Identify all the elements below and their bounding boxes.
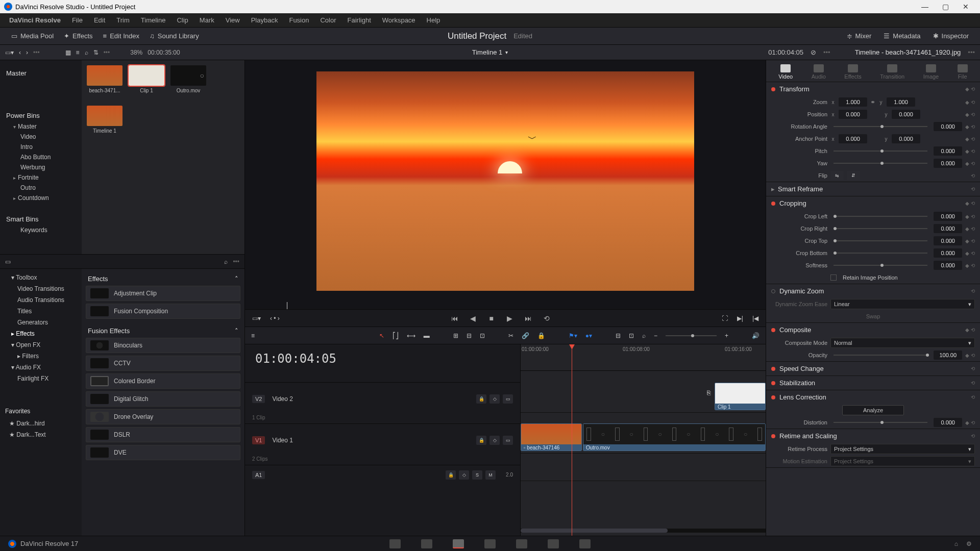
fullscreen-icon[interactable]: ⛶ — [722, 315, 728, 322]
menu-clip[interactable]: Clip — [173, 14, 192, 26]
bin-item[interactable]: Intro — [3, 142, 79, 152]
link-icon[interactable]: 🔗 — [522, 332, 529, 339]
playhead[interactable] — [572, 344, 572, 536]
timeline-clip[interactable]: Clip 1 — [715, 383, 766, 410]
video-track-header[interactable]: V2 Video 2 🔒 ◇ ▭ — [245, 382, 520, 415]
blade-tool[interactable]: ▬ — [424, 332, 430, 339]
inspector-tab-transition[interactable]: Transition — [880, 64, 904, 80]
audio-icon[interactable]: 🔊 — [752, 332, 760, 339]
fav-item[interactable]: ★ Dark...Text — [2, 429, 80, 440]
retain-checkbox[interactable] — [830, 274, 837, 281]
pos-x-input[interactable] — [839, 110, 867, 119]
menu-playback[interactable]: Playback — [247, 14, 282, 26]
fx-cat[interactable]: ▾ Open FX — [2, 339, 80, 350]
retime-process-select[interactable]: Project Settings▾ — [830, 444, 975, 454]
crop-top-input[interactable] — [934, 236, 962, 245]
media-page-button[interactable] — [389, 539, 401, 548]
home-button[interactable]: ⌂ — [954, 540, 958, 547]
zoom-plus[interactable]: + — [725, 332, 728, 339]
chevron-down-icon[interactable]: ▾ — [505, 49, 508, 55]
blade-icon[interactable]: ✂ — [508, 332, 513, 339]
composite-section[interactable]: Composite◆ ⟲ — [766, 323, 980, 337]
clip-thumb[interactable]: ○ Outro.mov — [170, 65, 206, 93]
menu-help[interactable]: Help — [423, 14, 445, 26]
prev-edit-icon[interactable]: |◀ — [752, 315, 758, 322]
deliver-page-button[interactable] — [579, 539, 591, 548]
flag-icon[interactable]: ⚑▾ — [569, 332, 577, 339]
power-bins-head[interactable]: Power Bins — [3, 110, 79, 121]
cropping-section[interactable]: Cropping◆ ⟲ — [766, 196, 980, 210]
selection-tool[interactable]: ↖ — [379, 332, 384, 339]
edit-index-toggle[interactable]: ≡ Edit Index — [98, 30, 144, 42]
bypass-icon[interactable]: ⊘ — [811, 48, 816, 56]
cut-page-button[interactable] — [421, 539, 432, 548]
clip-thumb[interactable]: Timeline 1 — [87, 106, 122, 134]
mute-button[interactable]: M — [485, 470, 496, 480]
inspector-toggle[interactable]: ✱ Inspector — [928, 30, 974, 42]
effect-item[interactable]: CCTV — [86, 356, 240, 371]
bin-item[interactable]: Outro — [3, 183, 79, 193]
auto-select-button[interactable]: ◇ — [489, 394, 500, 404]
marker-icon[interactable]: ●▾ — [585, 332, 592, 339]
zoom-y-input[interactable] — [887, 97, 915, 107]
fx-cat[interactable]: Fairlight FX — [2, 373, 80, 384]
panel-view-icon[interactable]: ▭ — [5, 258, 11, 265]
thumb-view-icon[interactable]: ▦ — [65, 49, 71, 56]
lock-track-button[interactable]: 🔒 — [446, 470, 456, 480]
effect-item[interactable]: Colored Border — [86, 373, 240, 389]
crop-right-slider[interactable] — [834, 228, 927, 229]
flip-h-button[interactable]: ⇋ — [830, 171, 844, 180]
bin-item[interactable]: ▸Countdown — [3, 193, 79, 203]
fx-cat[interactable]: ▾ Toolbox — [2, 272, 80, 283]
metadata-toggle[interactable]: ☰ Metadata — [878, 30, 925, 42]
anchor-x-input[interactable] — [839, 134, 867, 143]
zoom-in-icon[interactable]: ⌕ — [642, 332, 646, 339]
last-frame-button[interactable]: ⏭ — [524, 314, 533, 323]
track-lane-v2[interactable]: Clip 1 ⎘ — [521, 380, 766, 413]
crop-bottom-slider[interactable] — [834, 253, 927, 254]
loop-button[interactable]: ⟲ — [542, 314, 551, 323]
crop-left-slider[interactable] — [834, 216, 927, 217]
fx-cat[interactable]: ▸ Filters — [2, 350, 80, 362]
rotation-slider[interactable] — [834, 126, 927, 127]
audio-track-header[interactable]: A1 🔒 ◇ S M 2.0 — [245, 465, 520, 484]
fx-cat[interactable]: Titles — [2, 306, 80, 317]
zoom-to-fit-icon[interactable]: ⊡ — [629, 332, 634, 339]
stabilization-section[interactable]: Stabilization⟲ — [766, 376, 980, 390]
viewer-canvas[interactable]: ﹀ — [245, 60, 766, 302]
sound-library-toggle[interactable]: ♫ Sound Library — [144, 30, 204, 42]
pitch-slider[interactable] — [834, 151, 927, 152]
viewer-mode-icon[interactable]: ▭▾ — [252, 315, 261, 322]
inspector-tab-effects[interactable]: Effects — [844, 64, 861, 80]
viewer-zoom[interactable]: 38% — [130, 49, 142, 56]
anchor-y-input[interactable] — [892, 134, 920, 143]
minimize-button[interactable]: — — [915, 0, 935, 13]
timeline-clip[interactable]: ▫ beach-347146 — [521, 423, 582, 451]
timeline-view-icon[interactable]: ≡ — [251, 332, 255, 339]
speed-section[interactable]: Speed Change⟲ — [766, 362, 980, 375]
prev-frame-button[interactable]: ◀ — [469, 314, 478, 323]
auto-select-button[interactable]: ◇ — [489, 436, 500, 445]
opacity-slider[interactable] — [834, 355, 927, 356]
solo-button[interactable]: S — [472, 470, 482, 480]
track-lane-a1[interactable] — [521, 462, 766, 481]
distortion-input[interactable] — [934, 418, 962, 427]
sort-icon[interactable]: ⇅ — [93, 49, 99, 56]
zoom-x-input[interactable] — [839, 97, 867, 107]
zoom-minus[interactable]: − — [654, 332, 657, 339]
first-frame-button[interactable]: ⏮ — [450, 314, 459, 323]
collapse-icon[interactable]: ˄ — [235, 327, 238, 335]
viewer-playhead[interactable] — [287, 302, 287, 309]
bin-item[interactable]: ▾Master — [3, 121, 79, 132]
next-edit-icon[interactable]: ▶| — [737, 315, 743, 322]
overwrite-icon[interactable]: ⊟ — [467, 332, 472, 339]
clip-thumb[interactable]: Clip 1 — [129, 65, 164, 93]
analyze-button[interactable]: Analyze — [842, 405, 904, 415]
timeline-clip[interactable]: ○ ○ ○ ○ ○ ○ Outro.mov — [583, 423, 766, 451]
menu-view[interactable]: View — [222, 14, 244, 26]
trim-tool[interactable]: ⎡⎦ — [393, 332, 399, 339]
menu-fairlight[interactable]: Fairlight — [344, 14, 375, 26]
effect-item[interactable]: DVE — [86, 445, 240, 460]
distortion-slider[interactable] — [834, 422, 927, 423]
fx-cat[interactable]: ▾ Audio FX — [2, 362, 80, 373]
